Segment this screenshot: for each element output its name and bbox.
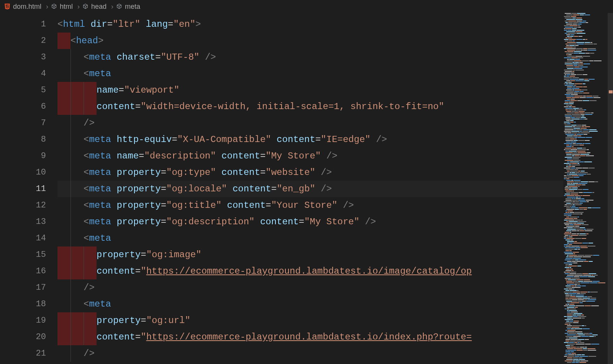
code-line[interactable]: <meta name="description" content="My Sto…	[57, 148, 563, 164]
breadcrumb-item-label: head	[91, 3, 107, 11]
code-token-eq: =	[315, 134, 321, 145]
line-number: 13	[0, 214, 57, 230]
code-line[interactable]: property="og:image"	[57, 246, 563, 263]
code-token-pun: <	[84, 299, 89, 309]
code-token-tag: meta	[89, 184, 111, 194]
code-token-str: "og:locale"	[166, 184, 227, 194]
line-number: 20	[0, 329, 57, 345]
code-token-attr: property	[97, 250, 141, 260]
code-token-str: "	[141, 332, 146, 342]
code-token-pun: <	[84, 233, 89, 243]
code-token-attr: property	[116, 167, 161, 178]
code-line[interactable]: content="https://ecommerce-playground.la…	[57, 263, 563, 279]
code-token-txt	[359, 217, 365, 227]
line-number: 6	[0, 98, 57, 115]
cube-icon	[116, 3, 123, 10]
code-token-str: "My Store"	[266, 151, 321, 161]
code-token-eq: =	[141, 250, 146, 260]
code-token-txt	[254, 217, 260, 227]
code-line[interactable]: content="https://ecommerce-playground.la…	[57, 329, 563, 345]
code-token-txt	[370, 134, 376, 145]
code-line[interactable]: <meta charset="UTF-8" />	[57, 49, 563, 65]
code-token-str: "website"	[266, 167, 315, 178]
code-token-txt	[227, 184, 232, 194]
code-line[interactable]: <meta property="og:type" content="websit…	[57, 164, 563, 181]
code-token-eq: =	[172, 134, 177, 145]
cube-icon	[82, 3, 89, 10]
code-token-pun: />	[343, 200, 354, 211]
code-token-pun: />	[376, 134, 387, 145]
breadcrumb-separator-icon: ›	[77, 3, 80, 11]
code-token-eq: =	[139, 151, 144, 161]
code-token-attr: content	[97, 101, 135, 112]
line-number: 8	[0, 131, 57, 148]
code-token-tag: meta	[89, 200, 111, 211]
code-line[interactable]: <meta property="og:title" content="Your …	[57, 197, 563, 214]
code-token-attr: charset	[116, 52, 155, 62]
code-line[interactable]: />	[57, 345, 563, 362]
code-line[interactable]: <html dir="ltr" lang="en">	[57, 16, 563, 33]
code-token-txt	[216, 167, 221, 178]
breadcrumb-separator-icon: ›	[111, 3, 113, 11]
code-token-eq: =	[161, 167, 166, 178]
code-token-attr: property	[116, 200, 161, 211]
breadcrumb-item-meta[interactable]: meta	[116, 3, 140, 11]
code-token-str: "og:image"	[146, 250, 202, 260]
code-line[interactable]: name="viewport"	[57, 82, 563, 98]
code-line[interactable]: <meta	[57, 296, 563, 312]
code-line[interactable]: <meta	[57, 230, 563, 246]
code-token-eq: =	[271, 184, 277, 194]
breadcrumb-file-label: dom.html	[13, 3, 41, 11]
code-line[interactable]: />	[57, 115, 563, 131]
code-token-tag: meta	[89, 167, 111, 178]
line-number: 16	[0, 263, 57, 279]
code-token-url: https://ecommerce-playground.lambdatest.…	[146, 266, 472, 276]
code-token-attr: name	[116, 151, 139, 161]
line-number: 5	[0, 82, 57, 98]
breadcrumb-item-label: html	[60, 3, 73, 11]
minimap-scrollbar[interactable]	[608, 13, 613, 364]
code-token-attr: content	[221, 167, 260, 178]
code-token-txt	[111, 151, 116, 161]
code-token-attr: content	[233, 184, 271, 194]
code-token-eq: =	[135, 101, 141, 112]
code-token-eq: =	[135, 266, 141, 276]
code-token-tag: meta	[89, 151, 111, 161]
code-token-pun: <	[84, 184, 89, 194]
code-line[interactable]: <meta property="og:description" content=…	[57, 214, 563, 230]
breadcrumb-file[interactable]: dom.html	[4, 3, 41, 11]
code-token-attr: name	[97, 85, 119, 95]
code-token-attr: content	[227, 200, 266, 211]
code-token-str: "X-UA-Compatible"	[177, 134, 271, 145]
code-token-pun: <	[84, 69, 89, 79]
code-token-attr: content	[97, 266, 135, 276]
code-token-txt	[216, 151, 221, 161]
code-token-str: "width=device-width, initial-scale=1, sh…	[141, 101, 444, 112]
minimap-marker	[609, 90, 613, 93]
code-line[interactable]: property="og:url"	[57, 312, 563, 329]
line-number: 21	[0, 345, 57, 362]
code-token-eq: =	[107, 19, 113, 29]
breadcrumb-item-html[interactable]: html	[51, 3, 73, 11]
code-token-txt	[338, 200, 343, 211]
code-line[interactable]: <meta http-equiv="X-UA-Compatible" conte…	[57, 131, 563, 148]
breadcrumb[interactable]: dom.html › html › head › meta	[0, 0, 613, 13]
code-token-str: "og:title"	[166, 200, 221, 211]
code-token-tag: meta	[89, 69, 111, 79]
code-line[interactable]: />	[57, 279, 563, 296]
code-line[interactable]: content="width=device-width, initial-sca…	[57, 98, 563, 115]
code-line[interactable]: <meta	[57, 65, 563, 82]
code-token-eq: =	[299, 217, 304, 227]
line-number: 4	[0, 65, 57, 82]
code-line[interactable]: <head>	[57, 33, 563, 49]
code-editor[interactable]: <html dir="ltr" lang="en"><head><meta ch…	[57, 13, 563, 364]
minimap[interactable]	[563, 13, 613, 364]
code-line[interactable]: <meta property="og:locale" content="en_g…	[57, 181, 563, 197]
code-token-pun: >	[98, 36, 103, 46]
code-token-eq: =	[168, 19, 173, 29]
breadcrumb-item-head[interactable]: head	[82, 3, 107, 11]
code-token-str: "og:url"	[146, 315, 190, 326]
line-number-gutter[interactable]: 123456789101112131415161718192021	[0, 13, 57, 364]
code-token-pun: <	[84, 167, 89, 178]
code-token-attr: property	[97, 315, 141, 326]
